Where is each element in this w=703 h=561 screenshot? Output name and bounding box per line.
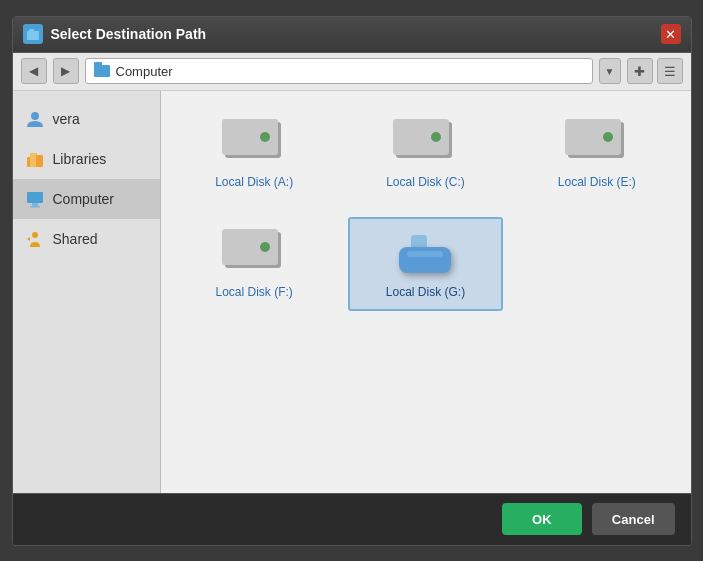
title-icon bbox=[23, 24, 43, 44]
sidebar-label-libraries: Libraries bbox=[53, 151, 107, 167]
svg-rect-8 bbox=[30, 206, 40, 208]
svg-rect-7 bbox=[32, 203, 38, 206]
shared-icon bbox=[25, 229, 45, 249]
sidebar-item-vera[interactable]: vera bbox=[13, 99, 160, 139]
disk-item-c[interactable]: Local Disk (C:) bbox=[348, 107, 503, 201]
toolbar: ◀ ▶ Computer ▼ ✚ ☰ bbox=[13, 53, 691, 91]
title-bar: Select Destination Path ✕ bbox=[13, 17, 691, 53]
disk-icon-e bbox=[565, 119, 629, 167]
sidebar-item-shared[interactable]: Shared bbox=[13, 219, 160, 259]
disk-item-g[interactable]: Local Disk (G:) bbox=[348, 217, 503, 311]
computer-icon bbox=[94, 65, 110, 77]
content-area: Local Disk (A:) Local Disk (C:) bbox=[161, 91, 691, 493]
close-button[interactable]: ✕ bbox=[661, 24, 681, 44]
cancel-button[interactable]: Cancel bbox=[592, 503, 675, 535]
libraries-icon bbox=[25, 149, 45, 169]
computer-sidebar-icon bbox=[25, 189, 45, 209]
main-area: vera Libraries bbox=[13, 91, 691, 493]
svg-rect-4 bbox=[30, 153, 37, 167]
sidebar-label-shared: Shared bbox=[53, 231, 98, 247]
address-bar: Computer bbox=[85, 58, 593, 84]
view-button[interactable]: ☰ bbox=[657, 58, 683, 84]
disk-label-f: Local Disk (F:) bbox=[215, 285, 292, 299]
svg-point-2 bbox=[31, 112, 39, 120]
dialog-title: Select Destination Path bbox=[51, 26, 661, 42]
svg-rect-1 bbox=[29, 29, 34, 32]
disk-item-f[interactable]: Local Disk (F:) bbox=[177, 217, 332, 311]
disk-icon-c bbox=[393, 119, 457, 167]
dialog: Select Destination Path ✕ ◀ ▶ Computer ▼… bbox=[12, 16, 692, 546]
new-folder-button[interactable]: ✚ bbox=[627, 58, 653, 84]
toolbar-actions: ✚ ☰ bbox=[627, 58, 683, 84]
svg-rect-6 bbox=[27, 192, 43, 203]
footer: OK Cancel bbox=[13, 493, 691, 545]
disk-label-g: Local Disk (G:) bbox=[386, 285, 465, 299]
disk-icon-g bbox=[393, 229, 457, 277]
forward-button[interactable]: ▶ bbox=[53, 58, 79, 84]
sidebar-label-vera: vera bbox=[53, 111, 80, 127]
disk-item-e[interactable]: Local Disk (E:) bbox=[519, 107, 674, 201]
address-text: Computer bbox=[116, 64, 584, 79]
sidebar: vera Libraries bbox=[13, 91, 161, 493]
svg-rect-0 bbox=[27, 31, 39, 40]
sidebar-item-libraries[interactable]: Libraries bbox=[13, 139, 160, 179]
sidebar-label-computer: Computer bbox=[53, 191, 114, 207]
disk-icon-f bbox=[222, 229, 286, 277]
disk-label-e: Local Disk (E:) bbox=[558, 175, 636, 189]
disk-icon-a bbox=[222, 119, 286, 167]
ok-button[interactable]: OK bbox=[502, 503, 582, 535]
user-icon bbox=[25, 109, 45, 129]
svg-rect-5 bbox=[36, 155, 43, 167]
svg-point-9 bbox=[32, 232, 38, 238]
sidebar-item-computer[interactable]: Computer bbox=[13, 179, 160, 219]
address-dropdown-button[interactable]: ▼ bbox=[599, 58, 621, 84]
disk-label-a: Local Disk (A:) bbox=[215, 175, 293, 189]
disk-item-a[interactable]: Local Disk (A:) bbox=[177, 107, 332, 201]
disk-label-c: Local Disk (C:) bbox=[386, 175, 465, 189]
disk-grid: Local Disk (A:) Local Disk (C:) bbox=[177, 107, 675, 311]
back-button[interactable]: ◀ bbox=[21, 58, 47, 84]
